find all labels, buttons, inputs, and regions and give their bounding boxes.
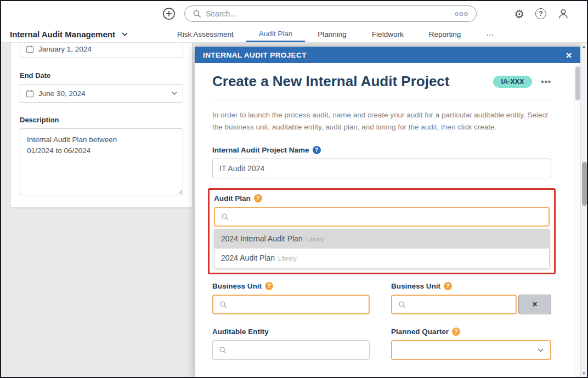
search-icon [219,346,227,354]
app-window: ooo ⚙ ? Internal Audit Management Risk A… [0,0,588,378]
scroll-down-icon[interactable]: ▼ [581,371,587,375]
business-unit-label: Business Unit [391,282,440,290]
option-suffix: Library [306,236,325,242]
auditable-entity-cell: Auditable Entity [212,314,370,360]
nav-bar: Internal Audit Management Risk Assessmen… [1,26,587,43]
audit-plan-side-panel: January 1, 2024 End Date June 30, 2024 D… [11,43,192,207]
plus-icon [162,7,176,20]
search-icon [219,301,227,308]
project-name-label: Internal Audit Project Name [212,146,309,154]
window-scrollbar[interactable]: ▲ ▼ [580,43,587,377]
calendar-icon [26,89,34,98]
audit-plan-label: Audit Plan [214,194,251,202]
help-icon-business-unit[interactable]: ? [444,282,452,290]
tab-planning[interactable]: Planning [305,26,359,42]
chevron-down-icon [538,348,544,352]
divider [212,100,551,100]
search-icon [193,9,201,18]
auditable-entity-search-field[interactable] [212,340,370,360]
modal-scrollbar[interactable] [574,63,580,377]
tab-fieldwork[interactable]: Fieldwork [359,26,416,42]
description-textarea[interactable]: Internal Audit Plan between 01/2024 to 0… [20,128,183,195]
settings-gear-icon[interactable]: ⚙ [514,8,524,20]
description-label: Description [20,116,183,124]
end-date-value: June 30, 2024 [38,89,86,98]
modal-header: INTERNAL AUDIT PROJECT × [195,47,580,63]
business-unit-left-cell: Business Unit ? [212,274,370,314]
help-icon[interactable]: ? [535,8,546,19]
start-date-value: January 1, 2024 [38,45,92,53]
business-unit-search-field[interactable] [212,295,370,314]
business-unit-right-cell: Business Unit ? [391,274,551,314]
help-icon-audit-plan[interactable]: ? [254,194,262,202]
end-date-label: End Date [20,71,183,80]
option-label: 2024 Audit Plan [221,253,275,262]
modal-title-row: Create a New Internal Audit Project IA-X… [212,73,551,90]
quick-create-button[interactable] [162,7,176,20]
global-search-box[interactable]: ooo [184,5,477,22]
search-icon [398,301,406,308]
tab-audit-plan[interactable]: Audit Plan [246,26,306,42]
help-icon-planned-quarter[interactable]: ? [452,328,460,336]
auditable-entity-label: Auditable Entity [212,328,269,336]
scroll-up-icon[interactable]: ▲ [581,44,587,48]
user-profile-icon[interactable] [557,8,569,20]
modal-scrollbar-thumb[interactable] [575,66,580,100]
calendar-icon [26,45,34,53]
planned-quarter-label: Planned Quarter [391,328,449,336]
chevron-down-icon [172,92,177,95]
audit-plan-highlight: Audit Plan ? [208,188,556,274]
planned-quarter-cell: Planned Quarter ? [391,314,551,360]
modal-intro-text: In order to launch the process audit, na… [212,109,551,133]
clear-button[interactable]: × [518,295,551,314]
modal-header-title: INTERNAL AUDIT PROJECT [203,51,307,59]
app-title-label: Internal Audit Management [10,30,115,39]
option-suffix: Library [278,255,297,262]
global-search-input[interactable] [206,9,450,18]
modal-body: Create a New Internal Audit Project IA-X… [195,63,580,377]
end-date-field[interactable]: June 30, 2024 [20,84,183,103]
business-unit-search-field-2[interactable] [391,295,517,314]
audit-plan-search-field[interactable] [214,207,550,227]
search-options-icon[interactable]: ooo [455,10,468,18]
record-id-badge: IA-XXX [493,76,533,88]
chevron-down-icon [122,32,128,36]
more-options-icon[interactable]: ••• [541,77,551,86]
content-area: January 1, 2024 End Date June 30, 2024 D… [1,43,587,377]
internal-audit-project-modal: INTERNAL AUDIT PROJECT × Create a New In… [195,47,580,377]
option-2024-audit-plan[interactable]: 2024 Audit Plan Library [214,249,549,268]
business-unit-search-input-2[interactable] [410,300,510,309]
business-unit-input-group: × [391,295,551,314]
project-name-input[interactable] [212,159,551,178]
topbar-actions: ⚙ ? [514,8,569,20]
start-date-field[interactable]: January 1, 2024 [20,43,183,58]
search-icon [221,213,229,221]
page-title: Create a New Internal Audit Project [212,73,449,90]
nav-tabs: Risk Assessment Audit Plan Planning Fiel… [165,26,506,42]
app-switcher[interactable]: Internal Audit Management [10,26,165,42]
form-grid: Business Unit ? [212,274,551,360]
help-icon-business-unit[interactable]: ? [265,282,273,290]
audit-plan-options: 2024 Internal Audit Plan Library 2024 Au… [214,229,550,268]
tab-reporting[interactable]: Reporting [416,26,474,42]
tab-more[interactable]: ⋯ [473,26,506,42]
option-2024-internal-audit-plan[interactable]: 2024 Internal Audit Plan Library [214,229,549,249]
close-icon[interactable]: × [566,50,573,60]
option-label: 2024 Internal Audit Plan [221,234,303,243]
planned-quarter-select[interactable] [391,340,551,360]
tab-risk-assessment[interactable]: Risk Assessment [165,26,246,42]
business-unit-search-input[interactable] [231,300,363,309]
auditable-entity-search-input[interactable] [231,346,363,354]
top-bar: ooo ⚙ ? [1,1,587,26]
help-icon-project-name[interactable]: ? [313,146,321,154]
window-scrollbar-thumb[interactable] [582,162,587,206]
business-unit-label: Business Unit [212,282,262,290]
audit-plan-search-input[interactable] [233,212,542,221]
